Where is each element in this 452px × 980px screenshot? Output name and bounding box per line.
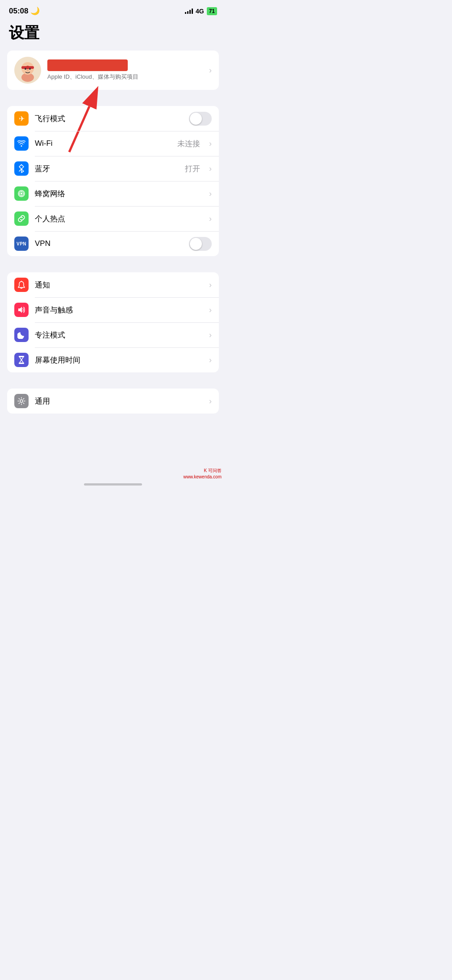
screentime-label: 屏幕使用时间 xyxy=(35,355,203,365)
hotspot-row[interactable]: 个人热点 › xyxy=(7,206,219,231)
watermark: K 可问答www.kewenda.com xyxy=(183,468,222,480)
vpn-row[interactable]: VPN VPN xyxy=(7,231,219,256)
svg-point-4 xyxy=(26,66,29,69)
notifications-chevron: › xyxy=(209,280,212,290)
network-label: 4G xyxy=(196,8,204,15)
svg-rect-16 xyxy=(19,356,24,357)
status-time: 05:08 xyxy=(9,7,28,16)
bluetooth-value: 打开 xyxy=(185,164,200,174)
sounds-row[interactable]: 声音与触感 › xyxy=(7,297,219,322)
notification-section: 通知 › 声音与触感 › 专注模式 › xyxy=(7,272,219,372)
vpn-toggle[interactable] xyxy=(189,237,212,251)
page-title: 设置 xyxy=(0,19,226,51)
apple-id-name-redacted xyxy=(47,59,128,71)
airplane-icon-wrap: ✈ xyxy=(14,111,29,126)
moon-icon: 🌙 xyxy=(30,6,40,16)
moon-icon xyxy=(17,331,25,339)
wifi-icon-wrap xyxy=(14,136,29,151)
wifi-value: 未连接 xyxy=(177,139,200,149)
bluetooth-icon-wrap xyxy=(14,161,29,176)
screentime-row[interactable]: 屏幕使用时间 › xyxy=(7,347,219,372)
sound-icon xyxy=(17,306,25,314)
airplane-mode-row[interactable]: ✈ 飞行模式 xyxy=(7,106,219,131)
vpn-label: VPN xyxy=(35,239,183,248)
vpn-icon-wrap: VPN xyxy=(14,237,29,251)
network-section: ✈ 飞行模式 Wi-Fi 未连接 › xyxy=(7,106,219,256)
focus-label: 专注模式 xyxy=(35,330,203,340)
notifications-row[interactable]: 通知 › xyxy=(7,272,219,297)
wifi-label: Wi-Fi xyxy=(35,139,171,148)
bluetooth-chevron: › xyxy=(209,164,212,173)
bluetooth-row[interactable]: 蓝牙 打开 › xyxy=(7,156,219,181)
general-icon-wrap xyxy=(14,394,29,408)
bluetooth-icon xyxy=(18,164,25,173)
cellular-chevron: › xyxy=(209,189,212,199)
signal-icon xyxy=(185,8,193,14)
apple-id-subtitle: Apple ID、iCloud、媒体与购买项目 xyxy=(47,73,203,81)
notifications-icon-wrap xyxy=(14,278,29,292)
svg-point-18 xyxy=(20,400,23,402)
cellular-icon-wrap xyxy=(14,186,29,201)
hotspot-chevron: › xyxy=(209,214,212,224)
screentime-chevron: › xyxy=(209,355,212,365)
apple-id-row[interactable]: Apple ID、iCloud、媒体与购买项目 › xyxy=(7,51,219,90)
cellular-label: 蜂窝网络 xyxy=(35,189,203,199)
airplane-icon: ✈ xyxy=(19,114,25,123)
apple-id-chevron: › xyxy=(209,66,212,75)
focus-chevron: › xyxy=(209,330,212,340)
general-section: 通用 › xyxy=(7,389,219,414)
hotspot-label: 个人热点 xyxy=(35,214,203,224)
general-label: 通用 xyxy=(35,396,203,406)
airplane-toggle[interactable] xyxy=(189,112,212,126)
gear-icon xyxy=(17,397,25,405)
status-icons: 4G 71 xyxy=(185,7,217,15)
svg-point-6 xyxy=(29,68,31,70)
general-chevron: › xyxy=(209,397,212,406)
battery-icon: 71 xyxy=(207,7,217,15)
home-indicator xyxy=(84,483,142,486)
hourglass-icon xyxy=(18,355,25,364)
sounds-icon-wrap xyxy=(14,303,29,317)
hotspot-icon-wrap xyxy=(14,211,29,226)
notifications-label: 通知 xyxy=(35,280,203,290)
wifi-chevron: › xyxy=(209,139,212,148)
wifi-row[interactable]: Wi-Fi 未连接 › xyxy=(7,131,219,156)
status-bar: 05:08 🌙 4G 71 xyxy=(0,0,226,19)
apple-id-section: Apple ID、iCloud、媒体与购买项目 › xyxy=(7,51,219,90)
wifi-icon xyxy=(17,140,25,147)
screentime-icon-wrap xyxy=(14,353,29,367)
svg-point-5 xyxy=(25,68,26,70)
bluetooth-label: 蓝牙 xyxy=(35,164,179,174)
cellular-row[interactable]: 蜂窝网络 › xyxy=(7,181,219,206)
hotspot-icon xyxy=(17,214,26,223)
sounds-chevron: › xyxy=(209,305,212,315)
svg-rect-17 xyxy=(19,363,24,364)
cellular-icon xyxy=(17,190,25,198)
vpn-icon: VPN xyxy=(17,241,26,246)
svg-point-7 xyxy=(27,70,29,72)
focus-icon-wrap xyxy=(14,328,29,342)
sounds-label: 声音与触感 xyxy=(35,305,203,315)
focus-row[interactable]: 专注模式 › xyxy=(7,322,219,347)
bell-icon xyxy=(18,281,25,289)
airplane-label: 飞行模式 xyxy=(35,114,183,124)
apple-id-info: Apple ID、iCloud、媒体与购买项目 xyxy=(47,59,203,81)
avatar-image xyxy=(14,57,41,84)
general-row[interactable]: 通用 › xyxy=(7,389,219,414)
svg-marker-15 xyxy=(18,307,22,313)
avatar xyxy=(14,57,41,84)
